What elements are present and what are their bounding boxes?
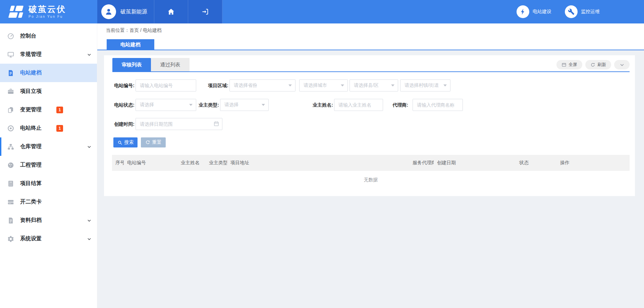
results-table: 序号 电站编号 业主姓名 业主类型 项目地址 服务代理商 创建日期 状态 操作 … [112,155,630,188]
owner-type-label: 业主类型: [197,99,219,111]
gauge-icon [7,32,15,40]
top-header: 破茧云伏 Po Jian Yun Fu 破茧新能源 [0,0,644,23]
page-tab-station-filing[interactable]: 电站建档 [107,39,154,50]
station-no-input[interactable] [136,79,196,91]
refresh-button[interactable]: 刷新 [585,60,611,69]
app-root: 破茧云伏 Po Jian Yun Fu 破茧新能源 [0,0,644,308]
village-select[interactable]: 请选择村镇/街道 [400,79,450,91]
nav-monitor-ops[interactable]: 监控运维 [565,5,600,18]
search-button[interactable]: 搜索 [113,137,138,147]
reset-button[interactable]: 重置 [141,137,166,147]
caret-down-icon [443,84,447,86]
logout-icon [201,8,209,16]
station-status-select[interactable]: 请选择 [136,99,196,111]
sidebar-label: 开二类卡 [20,198,42,205]
breadcrumb-path[interactable]: 首页 / 电站建档 [129,27,162,33]
col-owner-name: 业主姓名 [177,155,206,171]
sidebar-item-project-initiation[interactable]: 项目立项 [0,82,97,101]
sidebar-item-engineering-mgmt[interactable]: 工程管理 [0,156,97,174]
sitemap-icon [7,143,15,151]
caret-down-icon [391,84,394,86]
sidebar-label: 项目立项 [20,88,42,95]
fullscreen-icon [561,62,567,67]
search-icon [117,140,122,145]
col-project-address: 项目地址 [227,155,409,171]
col-station-no: 电站编号 [124,155,177,171]
owner-type-select[interactable]: 请选择 [220,99,269,111]
main-content: 当前位置：首页 / 电站建档 电站建档 审核列表 通过列表 全屏 刷新 [97,23,644,308]
province-select[interactable]: 请选择省份 [229,79,296,91]
sidebar-item-warehouse-mgmt[interactable]: 仓库管理 [0,137,97,156]
user-account[interactable]: 破茧新能源 [97,0,154,23]
nav-station-build-label: 电站建设 [533,9,551,15]
breadcrumb-label: 当前位置： [106,27,129,33]
home-button[interactable] [154,0,188,23]
header-middle-section: 破茧新能源 [97,0,222,23]
nav-monitor-ops-label: 监控运维 [581,9,600,15]
tab-review-list[interactable]: 审核列表 [112,58,151,71]
chevron-down-icon [87,52,92,57]
sidebar-item-change-mgmt[interactable]: 变更管理 1 [0,101,97,119]
county-placeholder: 请选择县/区 [354,82,379,88]
tab-approved-list[interactable]: 通过列表 [151,58,190,71]
city-placeholder: 请选择城市 [304,82,327,88]
content-panel: 审核列表 通过列表 全屏 刷新 电站编号: 项目区域: [104,55,635,196]
chevron-down-icon [620,62,625,67]
col-owner-type: 业主类型 [206,155,227,171]
sidebar-item-station-filing[interactable]: 电站建档 [0,64,97,82]
reset-icon [145,140,150,145]
sidebar-item-console[interactable]: 控制台 [0,27,97,45]
empty-state: 无数据 [112,171,630,188]
chevron-down-icon [87,218,92,223]
header-right-nav: 电站建设 监控运维 [222,0,644,23]
sidebar-label: 系统设置 [20,235,42,242]
home-icon [167,8,175,16]
city-select[interactable]: 请选择城市 [299,79,348,91]
owner-name-label: 业主姓名: [311,99,333,111]
sidebar-item-open-card[interactable]: 开二类卡 [0,193,97,211]
panel-tabs: 审核列表 通过列表 [112,58,630,72]
sidebar-label: 工程管理 [20,162,42,169]
card-icon [7,198,15,206]
person-icon [104,7,113,16]
calculator-icon [7,180,15,188]
panel-toolbar: 全屏 刷新 [556,60,630,69]
station-status-label: 电站状态: [112,99,135,111]
agent-input[interactable] [413,99,463,111]
county-select[interactable]: 请选择县/区 [350,79,398,91]
sidebar-item-system-settings[interactable]: 系统设置 [0,230,97,248]
sidebar-label: 电站建档 [20,69,42,76]
count-badge: 1 [56,125,63,132]
sidebar-label: 资料归档 [20,217,42,224]
sidebar-item-data-archive[interactable]: 资料归档 [0,211,97,230]
brand-title: 破茧云伏 [29,5,66,13]
province-placeholder: 请选择省份 [234,82,257,88]
caret-down-icon [189,104,193,106]
user-avatar [101,4,116,19]
date-range-input[interactable] [136,118,222,130]
region-label: 项目区域: [206,79,228,91]
collapse-button[interactable] [614,60,630,69]
sidebar: 控制台 常规管理 电站建档 项目立项 [0,23,97,308]
caret-down-icon [341,84,344,86]
gear-icon [7,235,15,243]
brand-subtitle: Po Jian Yun Fu [29,15,66,18]
briefcase-icon [7,87,15,96]
sidebar-label: 电站终止 [20,125,42,132]
nav-station-build[interactable]: 电站建设 [517,5,551,18]
logout-button[interactable] [188,0,222,23]
breadcrumb: 当前位置：首页 / 电站建档 [106,27,162,34]
col-create-date: 创建日期 [434,155,516,171]
fullscreen-button[interactable]: 全屏 [556,60,582,69]
sidebar-item-general-mgmt[interactable]: 常规管理 [0,45,97,64]
col-status: 状态 [516,155,557,171]
brand-logo: 破茧云伏 Po Jian Yun Fu [0,0,97,23]
fullscreen-label: 全屏 [569,62,577,68]
owner-name-input[interactable] [334,99,383,111]
status-placeholder: 请选择 [140,102,154,108]
archive-document-icon [7,217,15,225]
sidebar-item-station-termination[interactable]: 电站终止 1 [0,119,97,137]
station-no-label: 电站编号: [112,79,135,91]
chevron-down-icon [87,144,92,149]
sidebar-item-project-settlement[interactable]: 项目结算 [0,174,97,193]
